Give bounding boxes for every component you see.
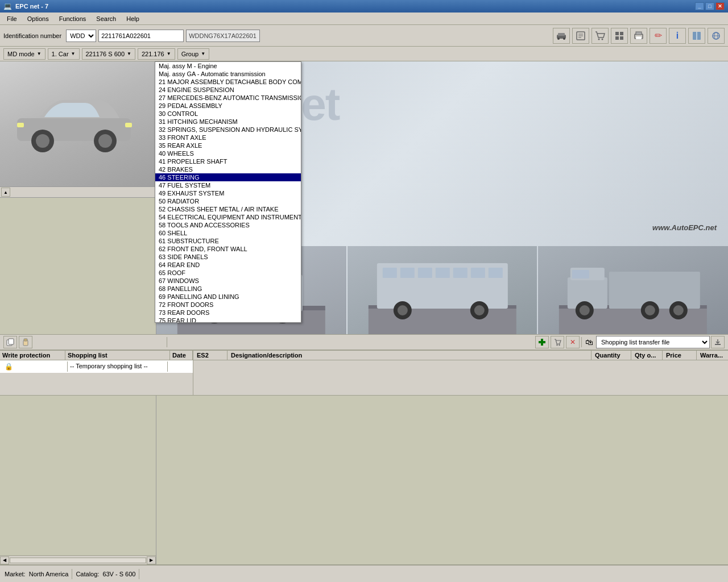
edit-icon[interactable] xyxy=(572,28,589,44)
dropdown-item-58[interactable]: 58 TOOLS AND ACCESSORIES xyxy=(155,221,301,229)
dropdown-item-46[interactable]: 46 STEERING xyxy=(155,173,301,181)
dropdown-item-33[interactable]: 33 FRONT AXLE xyxy=(155,134,301,142)
menu-search[interactable]: Search xyxy=(92,14,121,23)
shopping-transfer-group: 🛍 Shopping list transfer file xyxy=(584,336,725,348)
website-text: www.AutoEPC.net xyxy=(652,223,717,232)
paste-doc-icon[interactable] xyxy=(19,336,32,348)
dropdown-item-62[interactable]: 62 FRONT END, FRONT WALL xyxy=(155,245,301,253)
dropdown-item-41[interactable]: 41 PROPELLER SHAFT xyxy=(155,157,301,165)
scroll-right-button[interactable]: ▶ xyxy=(147,556,156,564)
id-prefix-select[interactable]: WDD xyxy=(66,30,96,42)
shopping-list-name[interactable]: -- Temporary shopping list -- xyxy=(68,361,168,372)
shopping-info-icon[interactable] xyxy=(551,336,564,348)
app-icon: 💻 xyxy=(3,2,12,10)
download-icon[interactable] xyxy=(711,336,725,348)
svg-rect-10 xyxy=(615,32,619,35)
horizontal-scrollbar[interactable]: ◀ ▶ xyxy=(0,555,156,564)
svg-point-51 xyxy=(398,305,408,315)
maximize-button[interactable]: □ xyxy=(705,2,714,10)
book-icon[interactable] xyxy=(688,28,705,44)
dropdown-item-49[interactable]: 49 EXHAUST SYSTEM xyxy=(155,189,301,197)
eraser-icon[interactable]: ✏ xyxy=(650,28,667,44)
dropdown-item-60[interactable]: 60 SHELL xyxy=(155,229,301,237)
group-dropdown: Maj. assy M - Engine Maj. assy GA - Auto… xyxy=(155,61,301,323)
shopping-list-row[interactable]: 🔒 -- Temporary shopping list -- xyxy=(0,360,193,373)
scrollbar-track[interactable] xyxy=(10,558,146,563)
dropdown-item-29[interactable]: 29 PEDAL ASSEMBLY xyxy=(155,102,301,110)
vehicle-truck xyxy=(538,246,728,334)
dropdown-item-50[interactable]: 50 RADIATOR xyxy=(155,197,301,205)
dropdown-item-63[interactable]: 63 SIDE PANELS xyxy=(155,253,301,261)
work-area: ◀ ▶ xyxy=(0,396,728,565)
right-toolbar-icons: ✕ 🛍 Shopping list transfer file xyxy=(171,336,725,348)
print-icon[interactable] xyxy=(630,28,647,44)
svg-rect-44 xyxy=(400,268,415,278)
svg-rect-13 xyxy=(620,36,623,40)
nav-model[interactable]: 221176 S 600 ▼ xyxy=(82,48,135,60)
dropdown-item-67[interactable]: 67 WINDOWS xyxy=(155,277,301,285)
dropdown-item-21[interactable]: 21 MAJOR ASSEMBLY DETACHABLE BODY COMP. xyxy=(155,78,301,86)
shopping-list-transfer-select[interactable]: Shopping list transfer file xyxy=(596,336,710,348)
dropdown-item-64[interactable]: 64 REAR END xyxy=(155,261,301,269)
menu-help[interactable]: Help xyxy=(122,14,144,23)
dropdown-item-73[interactable]: 73 REAR DOORS xyxy=(155,309,301,317)
dropdown-item-68[interactable]: 68 PANELLING xyxy=(155,285,301,293)
dropdown-item-27[interactable]: 27 MERCEDES-BENZ AUTOMATIC TRANSMISSION xyxy=(155,94,301,102)
svg-rect-43 xyxy=(383,268,397,278)
toolbar-divider xyxy=(167,337,167,347)
scroll-up-button[interactable]: ▲ xyxy=(1,188,10,197)
left-panel: ▲ xyxy=(0,61,156,334)
dropdown-item-24[interactable]: 24 ENGINE SUSPENSION xyxy=(155,86,301,94)
copy-doc-icon[interactable] xyxy=(3,336,17,348)
shopping-bag-icon: 🛍 xyxy=(584,336,595,348)
id-display: WDDNG76X17A022601 xyxy=(186,30,260,42)
write-protection-cell: 🔒 xyxy=(2,361,68,372)
close-button[interactable]: ✕ xyxy=(715,2,725,10)
info-icon[interactable]: i xyxy=(669,28,686,44)
dropdown-item-47[interactable]: 47 FUEL SYSTEM xyxy=(155,181,301,189)
scroll-left-button[interactable]: ◀ xyxy=(0,556,9,564)
svg-rect-45 xyxy=(418,268,432,278)
svg-rect-15 xyxy=(636,32,642,35)
dropdown-item-40[interactable]: 40 WHEELS xyxy=(155,149,301,157)
menu-options[interactable]: Options xyxy=(23,14,53,23)
dropdown-item-52[interactable]: 52 CHASSIS SHEET METAL / AIR INTAKE xyxy=(155,205,301,213)
dropdown-item-35[interactable]: 35 REAR AXLE xyxy=(155,142,301,149)
dropdown-item-72[interactable]: 72 FRONT DOORS xyxy=(155,301,301,309)
nav-group[interactable]: Group ▼ xyxy=(177,48,210,60)
nav-md-mode[interactable]: MD mode ▼ xyxy=(3,48,46,60)
dropdown-item-65[interactable]: 65 ROOF xyxy=(155,269,301,277)
dropdown-item-42[interactable]: 42 BRAKES xyxy=(155,165,301,173)
world-icon[interactable] xyxy=(708,28,725,44)
price-header: Price xyxy=(663,351,697,360)
svg-rect-16 xyxy=(636,36,642,39)
dropdown-item-69[interactable]: 69 PANELLING AND LINING xyxy=(155,293,301,301)
grid-icon[interactable] xyxy=(611,28,628,44)
dropdown-item-54[interactable]: 54 ELECTRICAL EQUIPMENT AND INSTRUMENTS xyxy=(155,213,301,221)
dropdown-item-maj-m[interactable]: Maj. assy M - Engine xyxy=(155,62,301,70)
date-header: Date xyxy=(170,351,193,360)
dropdown-item-31[interactable]: 31 HITCHING MECHANISM xyxy=(155,118,301,126)
svg-rect-71 xyxy=(539,341,545,343)
titlebar: 💻 EPC net - 7 _ □ ✕ xyxy=(0,0,728,13)
svg-rect-48 xyxy=(471,268,485,278)
eraser-shopping-icon[interactable]: ✕ xyxy=(566,336,580,348)
minimize-button[interactable]: _ xyxy=(695,2,704,10)
dropdown-item-32[interactable]: 32 SPRINGS, SUSPENSION AND HYDRAULIC SYS… xyxy=(155,126,301,134)
shopping-cart-icon[interactable] xyxy=(592,28,609,44)
svg-point-72 xyxy=(556,344,557,346)
menu-functions[interactable]: Functions xyxy=(55,14,91,23)
nav-submodel[interactable]: 221.176 ▼ xyxy=(138,48,175,60)
svg-rect-1 xyxy=(558,33,565,36)
add-shopping-icon[interactable] xyxy=(535,336,549,348)
dropdown-item-75[interactable]: 75 REAR LID xyxy=(155,317,301,323)
dropdown-item-maj-ga[interactable]: Maj. assy GA - Automatic transmission xyxy=(155,70,301,78)
dropdown-item-30[interactable]: 30 CONTROL xyxy=(155,110,301,118)
car-lookup-icon[interactable] xyxy=(553,28,570,44)
menu-file[interactable]: File xyxy=(2,14,22,23)
catalog-label: Catalog: xyxy=(76,571,99,577)
nav-car-number[interactable]: 1. Car ▼ xyxy=(48,48,80,60)
svg-rect-28 xyxy=(17,123,24,127)
id-number-input[interactable] xyxy=(98,30,184,42)
dropdown-item-61[interactable]: 61 SUBSTRUCTURE xyxy=(155,237,301,245)
